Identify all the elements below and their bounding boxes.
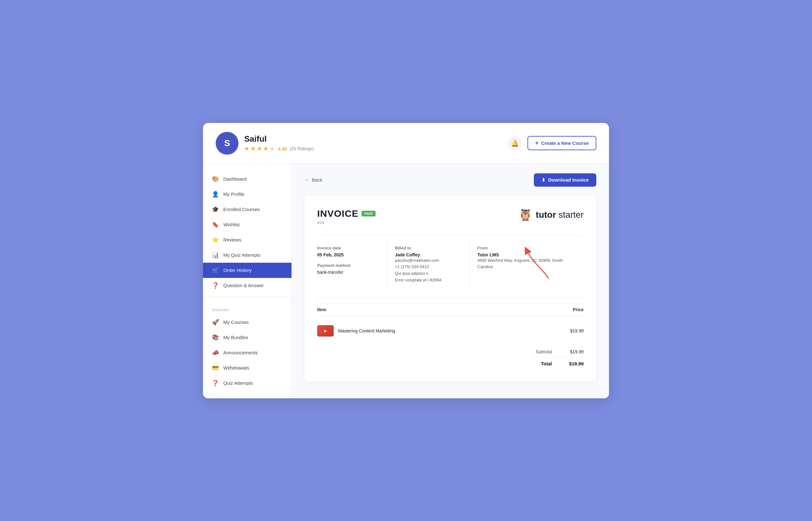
brand-owl-icon: 🦉 [518,208,533,222]
star-4: ★ [263,145,268,152]
billed-address-1: Qui ipsa adipisci s [395,270,462,277]
invoice-top-divider [317,235,584,235]
payment-method-label: Payment method [317,263,379,268]
sidebar-item-label: Wishlist [223,222,240,227]
create-course-button[interactable]: + Create a New Course [528,136,596,150]
sidebar-item-my-quiz-attempts[interactable]: 📊 My Quiz Attempts [203,248,292,263]
rating-value: 4.40 [278,146,287,152]
billed-email: pacohu@mailinator.com [395,257,462,264]
invoice-title: INVOICE [317,208,358,219]
sidebar-item-question-answer[interactable]: ❓ Question & Answer [203,278,292,293]
invoice-meta: Invoice date 05 Feb, 2025 Payment method… [317,241,584,289]
content-topbar: ← Back ⬇ Download Invoice [304,173,596,187]
sidebar-item-reviews[interactable]: ⭐ Reviews [203,232,292,248]
total-value: $19.99 [564,361,584,366]
enrolled-icon: 🎓 [212,206,219,213]
header-actions: 🔔 + Create a New Course [508,136,596,150]
sidebar-item-announcements[interactable]: 📣 Announcements [203,345,292,360]
my-bundles-icon: 📚 [212,334,219,341]
brand-name: tutor starter [536,210,584,220]
sidebar-item-order-history[interactable]: 🛒 Order History [203,263,292,278]
billed-to-label: Billed to [395,246,462,250]
sidebar-item-quiz-attempts[interactable]: ❓ Quiz Attempts [203,376,292,391]
invoice-card: INVOICE PAID #24 🦉 tutor starter [304,196,596,382]
star-2: ★ [251,145,256,152]
brand-logo: 🦉 tutor starter [518,208,584,222]
user-info: Saiful ★ ★ ★ ★ ★ 4.40 (25 Ratings) [244,134,508,152]
back-button[interactable]: ← Back [304,177,322,183]
sidebar-item-dashboard[interactable]: 🎨 Dashboard [203,172,292,187]
item-col-label: Item [317,307,326,312]
item-name: Mastering Content Marketing [338,328,395,333]
user-name: Saiful [244,134,508,144]
sidebar-item-label: Question & Answer [223,283,264,288]
price-col-label: Price [573,307,584,312]
instructor-nav: 🚀 My Courses 📚 My Bundles 📣 Announcement… [203,315,292,391]
sidebar: 🎨 Dashboard 👤 My Profile 🎓 Enrolled Cour… [203,164,292,398]
download-invoice-button[interactable]: ⬇ Download Invoice [534,173,596,187]
from-company: Tutor LMS [477,252,576,257]
star-1: ★ [244,145,249,152]
back-arrow-icon: ← [304,177,309,183]
sidebar-item-label: My Courses [223,319,249,325]
download-icon: ⬇ [541,177,546,183]
totals-section: Subtotal $19.99 Total $19.99 [317,347,584,369]
item-thumbnail [317,325,334,337]
sidebar-item-label: My Bundles [223,335,248,340]
billed-address-2: Error voluptate et i-92694 [395,277,462,284]
sidebar-item-label: Withdrawals [223,365,249,370]
reviews-icon: ⭐ [212,236,219,243]
meta-col-date: Invoice date 05 Feb, 2025 Payment method… [317,241,387,289]
back-label: Back [312,177,322,183]
sidebar-item-label: Order History [223,268,252,273]
sidebar-item-label: Announcements [223,350,258,355]
invoice-item-row: Mastering Content Marketing $19.99 [317,321,584,340]
subtotal-row: Subtotal $19.99 [317,347,584,357]
sidebar-item-label: Dashboard [223,176,247,182]
billed-name: Jade Coffey [395,252,462,257]
meta-col-from: From Tutor LMS 4695 Wexford Way, Augusta… [469,241,584,289]
sidebar-item-label: Quiz Attempts [223,380,253,386]
sidebar-item-withdrawals[interactable]: 💳 Withdrawals [203,360,292,376]
rating-count: (25 Ratings) [290,146,314,151]
item-info: Mastering Content Marketing [317,325,395,337]
invoice-date-label: Invoice date [317,246,379,250]
invoice-title-row: INVOICE PAID [317,208,376,219]
item-price: $19.99 [570,328,584,333]
billed-phone: +1 (275) 534-5412 [395,264,462,270]
sidebar-item-label: My Quiz Attempts [223,252,261,258]
meta-col-billed: Billed to Jade Coffey pacohu@mailinator.… [387,241,469,289]
invoice-number: #24 [317,220,376,225]
my-courses-icon: 🚀 [212,319,219,326]
quiz-icon: ❓ [212,380,219,387]
content-area: ← Back ⬇ Download Invoice INVOICE PAID [292,164,609,398]
order-history-icon: 🛒 [212,267,219,274]
notification-bell-button[interactable]: 🔔 [508,136,522,150]
from-address: 4695 Wexford Way, Augusta, SC 30909, Sou… [477,257,576,271]
sidebar-divider [203,297,292,297]
header: S Saiful ★ ★ ★ ★ ★ 4.40 (25 Ratings) 🔔 +… [203,123,609,164]
withdrawals-icon: 💳 [212,364,219,371]
sidebar-item-my-courses[interactable]: 🚀 My Courses [203,315,292,330]
sidebar-item-my-bundles[interactable]: 📚 My Bundles [203,330,292,345]
create-course-label: Create a New Course [541,140,589,146]
total-row: Total $19.99 [317,358,584,369]
sidebar-item-my-profile[interactable]: 👤 My Profile [203,187,292,202]
payment-method-value: bank-transfer [317,270,379,275]
sidebar-nav: 🎨 Dashboard 👤 My Profile 🎓 Enrolled Cour… [203,172,292,293]
sidebar-item-label: My Profile [223,191,244,197]
invoice-header: INVOICE PAID #24 🦉 tutor starter [317,208,584,225]
avatar: S [216,132,238,155]
items-header: Item Price [317,303,584,316]
invoice-mid-divider [317,298,584,298]
main-card: S Saiful ★ ★ ★ ★ ★ 4.40 (25 Ratings) 🔔 +… [203,123,609,398]
sidebar-item-wishlist[interactable]: 🔖 Wishlist [203,217,292,232]
download-label: Download Invoice [548,177,589,183]
quiz-attempts-icon: 📊 [212,252,219,258]
star-3: ★ [257,145,262,152]
sidebar-item-enrolled-courses[interactable]: 🎓 Enrolled Courses [203,202,292,217]
subtotal-value: $19.99 [564,349,584,354]
dashboard-icon: 🎨 [212,176,219,183]
items-section: Item Price Mastering Content Marketing $… [317,303,584,340]
star-rating: ★ ★ ★ ★ ★ 4.40 (25 Ratings) [244,145,508,152]
